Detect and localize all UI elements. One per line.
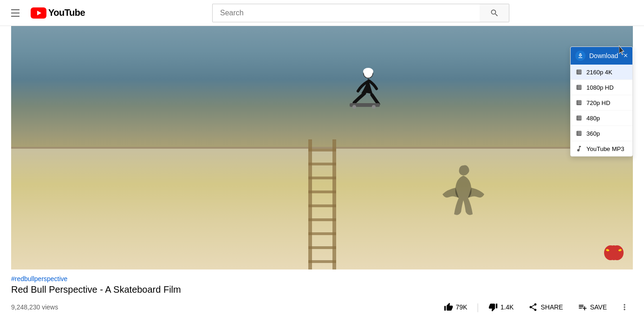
svg-rect-12 <box>308 260 336 263</box>
download-option-360p[interactable]: 360p <box>571 126 632 141</box>
like-count: 79K <box>456 303 468 311</box>
svg-rect-4 <box>308 149 336 151</box>
like-button[interactable]: 79K <box>438 299 473 315</box>
download-arrow-icon <box>577 53 584 59</box>
option-label-480p: 480p <box>586 115 600 122</box>
center-structure <box>299 139 345 269</box>
save-label: SAVE <box>590 303 607 311</box>
download-dropdown: Download × 2160p 4K 1080p HD <box>570 46 633 157</box>
film-icon-480p <box>575 114 583 122</box>
more-dots-icon <box>620 302 629 312</box>
shadow-svg <box>433 161 494 240</box>
film-icon-720p <box>575 99 583 106</box>
download-option-720p[interactable]: 720p HD <box>571 95 632 111</box>
thumbs-down-icon <box>488 302 498 312</box>
video-stats-row: 9,248,230 views 79K | 1.4K <box>11 299 633 315</box>
search-button[interactable] <box>480 4 509 22</box>
option-label-720p: 720p HD <box>586 99 610 106</box>
share-button[interactable]: SHARE <box>523 299 568 315</box>
option-label-1080p: 1080p HD <box>586 84 614 91</box>
svg-rect-11 <box>308 246 336 249</box>
svg-point-20 <box>609 245 618 260</box>
svg-rect-7 <box>308 190 336 193</box>
skater-svg <box>345 68 382 110</box>
svg-point-17 <box>372 105 376 109</box>
svg-rect-10 <box>308 232 336 235</box>
download-option-480p[interactable]: 480p <box>571 111 632 126</box>
svg-rect-6 <box>308 177 336 179</box>
like-divider: | <box>476 302 479 313</box>
view-count: 9,248,230 views <box>11 303 58 311</box>
action-buttons: 79K | 1.4K SHARE <box>438 299 633 315</box>
download-close-button[interactable]: × <box>624 52 628 59</box>
option-label-360p: 360p <box>586 130 600 137</box>
share-icon <box>528 302 538 312</box>
film-icon-360p <box>575 130 583 137</box>
svg-rect-8 <box>308 204 336 207</box>
video-hashtag[interactable]: #redbullperspective <box>11 275 633 282</box>
download-icon-circle <box>575 51 585 61</box>
thumbs-up-icon <box>444 302 453 312</box>
hamburger-menu-icon[interactable] <box>7 6 23 20</box>
more-options-button[interactable] <box>616 299 633 315</box>
svg-point-14 <box>363 68 373 75</box>
dislike-button[interactable]: 1.4K <box>483 299 520 315</box>
search-input[interactable] <box>212 4 480 22</box>
header: YouTube <box>0 0 644 26</box>
download-header: Download × <box>571 47 632 65</box>
youtube-play-icon <box>31 7 46 19</box>
svg-rect-9 <box>308 218 336 221</box>
redbull-watermark <box>602 243 625 262</box>
youtube-logo[interactable]: YouTube <box>31 7 85 19</box>
film-icon-2160p <box>575 68 583 76</box>
save-icon <box>578 302 587 312</box>
video-wrapper: Download × 2160p 4K 1080p HD <box>11 26 633 269</box>
redbull-logo-svg <box>602 243 625 262</box>
download-option-1080p[interactable]: 1080p HD <box>571 80 632 95</box>
download-option-2160p[interactable]: 2160p 4K <box>571 65 632 80</box>
header-left: YouTube <box>7 6 85 20</box>
search-container <box>212 4 509 22</box>
svg-point-16 <box>352 105 356 109</box>
video-thumbnail <box>11 26 633 269</box>
svg-rect-5 <box>308 163 336 165</box>
video-title: Red Bull Perspective - A Skateboard Film <box>11 284 633 295</box>
save-button[interactable]: SAVE <box>572 299 612 315</box>
video-info: #redbullperspective Red Bull Perspective… <box>11 269 633 319</box>
skater-figure <box>345 68 382 112</box>
share-label: SHARE <box>540 303 563 311</box>
main-content: Download × 2160p 4K 1080p HD <box>0 26 644 319</box>
youtube-wordmark: YouTube <box>48 7 85 18</box>
music-icon-mp3 <box>575 145 583 152</box>
ladder-svg <box>299 139 345 269</box>
dislike-count: 1.4K <box>501 303 514 311</box>
search-icon <box>490 8 499 18</box>
download-option-mp3[interactable]: YouTube MP3 <box>571 141 632 156</box>
shadow-figure <box>433 161 494 242</box>
film-icon-1080p <box>575 84 583 91</box>
download-title: Download <box>589 52 620 59</box>
option-label-2160p: 2160p 4K <box>586 69 612 76</box>
option-label-mp3: YouTube MP3 <box>586 145 624 152</box>
